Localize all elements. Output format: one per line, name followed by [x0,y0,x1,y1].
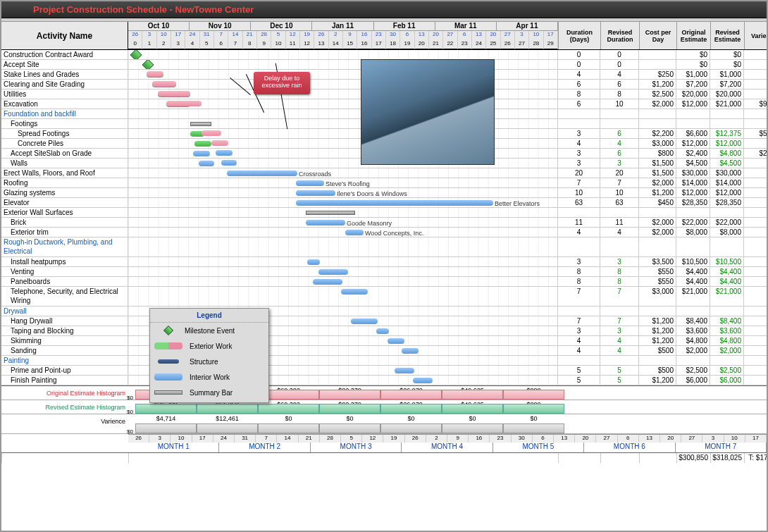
gantt-cell [128,257,558,266]
gantt-row[interactable]: Venting88$550$4,400$4,400 [1,267,767,277]
activity-name: Walls [1,159,128,168]
activity-name: Stake Lines and Grades [1,70,128,79]
annotation-delay[interactable]: Delay due to excessive rain [254,72,310,94]
activity-name: Brick [1,218,128,227]
gantt-cell: Goode Masonry [128,218,558,227]
activity-name: Telephone, Security, and Electrical Wiri… [1,287,128,306]
activity-name: Erect Walls, Floors, and Roof [1,168,128,178]
gantt-row[interactable]: Exterior trimWood Concepts, Inc.44$2,000… [1,228,767,237]
activity-name: Venting [1,267,128,276]
activity-name: Foundation and backfill [1,109,128,118]
header-revised-duration: Revised Duration [600,22,639,49]
header-variance: Varience [744,22,768,49]
activity-name: Roofing [1,178,128,187]
activity-name: Concrete Piles [1,139,128,148]
activity-name: Construction Contract Award [1,50,128,59]
legend-box[interactable]: Legend Milestone Event Exterior Work Str… [149,308,269,403]
gantt-cell: Wood Concepts, Inc. [128,228,558,237]
hist-label-original: Original Estimate Histogram [1,386,128,400]
activity-name: Taping and Blocking [1,326,128,335]
header-activity: Activity Name [1,22,128,49]
gantt-cell: Better Elevators [128,198,558,207]
header-revised-estimate: Revised Estimate [710,22,744,49]
activity-name: Finish Painting [1,376,128,385]
gantt-row[interactable]: Erect Walls, Floors, and RoofCrossroads2… [1,168,767,178]
activity-name: Spread Footings [1,129,128,138]
building-image [361,59,495,165]
activity-name: Rough-in Ductwork, Plumbing, and Electri… [1,237,128,256]
gantt-cell: Ilene's Doors & Windows [128,188,558,197]
gantt-cell: Steve's Roofing [128,178,558,187]
activity-name: Prime and Point-up [1,366,128,375]
activity-name: Accept SiteSlab on Grade [1,149,128,158]
activity-name: Utilities [1,89,128,99]
gantt-row[interactable]: Telephone, Security, and Electrical Wiri… [1,287,767,307]
total-original: $300,850 [676,453,710,463]
activity-name: Excavation [1,99,128,109]
gantt-cell [128,277,558,286]
activity-name: Sanding [1,346,128,355]
activity-name: Painting [1,356,128,365]
gantt-cell: Crossroads [128,168,558,178]
gantt-cell [128,287,558,306]
hist-label-revised: Revised Estimate Histogram [1,400,128,414]
gantt-row[interactable]: Panelboards88$550$4,400$4,400 [1,277,767,287]
gantt-row[interactable]: Finish Painting55$1,200$6,000$6,000 [1,376,767,385]
gantt-row[interactable]: Sanding44$500$2,000$2,000 [1,346,767,356]
header-cost-per-day: Cost per Day [639,22,676,49]
title-bar: Project Construction Schedule - NewTowne… [1,1,767,18]
histogram-section: Original Estimate Histogram $0$46,262$34… [1,385,767,452]
gantt-row[interactable]: Drywall [1,307,767,316]
activity-name: Elevator [1,198,128,207]
gantt-row[interactable]: Skimming44$1,200$4,800$4,800 [1,336,767,346]
gantt-row[interactable]: Glazing systemsIlene's Doors & Windows10… [1,188,767,198]
activity-name: Exterior Wall Surfaces [1,208,128,217]
total-variance: T: $17,175 [744,453,768,463]
activity-name: Accept Site [1,60,128,69]
gantt-row[interactable]: RoofingSteve's Roofing77$2,000$14,000$14… [1,178,767,188]
gantt-row[interactable]: Rough-in Ductwork, Plumbing, and Electri… [1,237,767,257]
activity-name: Footings [1,119,128,128]
activity-name: Install heatpumps [1,257,128,266]
column-header-row: Activity Name Oct 10Nov 10Dec 10Jan 11Fe… [1,22,767,50]
activity-name: Drywall [1,307,128,316]
activity-name: Panelboards [1,277,128,286]
activity-name: Skimming [1,336,128,345]
header-original-estimate: Original Estimate [676,22,710,49]
gantt-row[interactable]: Exterior Wall Surfaces [1,208,767,218]
total-revised: $318,025 [710,453,744,463]
gantt-row[interactable]: BrickGoode Masonry1111$2,000$22,000$22,0… [1,218,767,228]
header-timeline: Oct 10Nov 10Dec 10Jan 11Feb 11Mar 11Apr … [128,22,558,49]
gantt-row[interactable]: Prime and Point-up55$500$2,500$2,500 [1,366,767,376]
header-duration: Duration (Days) [558,22,600,49]
gantt-row[interactable]: Painting [1,356,767,366]
activity-name: Hang Drywall [1,316,128,326]
gantt-row[interactable]: Construction Contract Award00$0$0 [1,50,767,60]
activity-name: Clearing and Site Grading [1,80,128,89]
gantt-row[interactable]: Taping and Blocking33$1,200$3,600$3,600 [1,326,767,336]
gantt-row[interactable]: ElevatorBetter Elevators6363$450$28,350$… [1,198,767,208]
gantt-row[interactable]: Install heatpumps33$3,500$10,500$10,500 [1,257,767,267]
gantt-cell [128,50,558,59]
gantt-cell [128,237,558,256]
activity-name: Exterior trim [1,228,128,237]
totals-row: $300,850 $318,025 T: $17,175 [1,452,767,462]
gantt-cell [128,208,558,217]
app-root: Project Construction Schedule - NewTowne… [0,0,768,532]
activity-name: Glazing systems [1,188,128,197]
hist-label-variance: Varience [1,414,128,433]
gantt-cell [128,267,558,276]
gantt-row[interactable]: Hang Drywall77$1,200$8,400$8,400 [1,316,767,326]
